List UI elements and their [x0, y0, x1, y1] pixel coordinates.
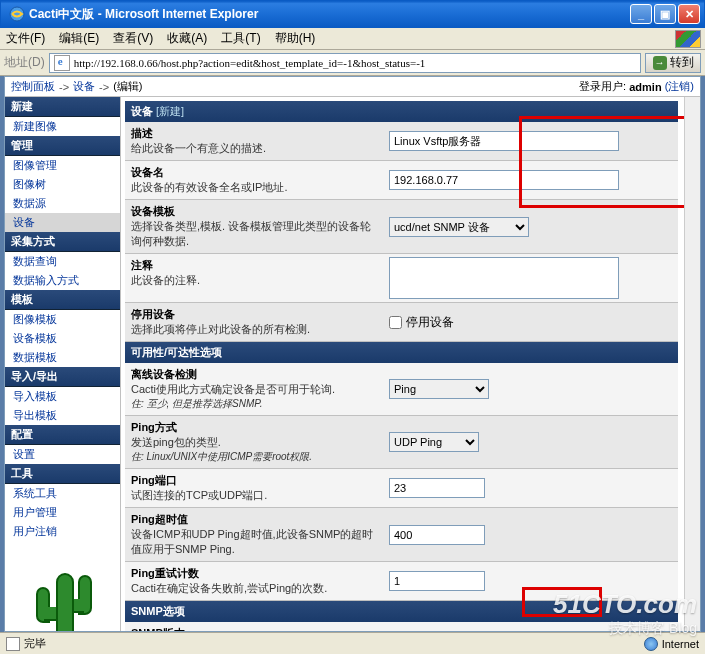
section-snmp: SNMP选项 [125, 601, 678, 622]
sidebar-section-newsec: 新建 [5, 97, 120, 117]
login-label: 登录用户: [579, 79, 626, 94]
sidebar-section-managesec: 管理 [5, 136, 120, 156]
breadcrumb: 控制面板 -> 设备 -> (编辑) 登录用户: admin (注销) [5, 77, 700, 97]
host-template-select[interactable]: ucd/net SNMP 设备 [389, 217, 529, 237]
url-text: http://192.168.0.66/host.php?action=edit… [74, 57, 426, 69]
ping-port-label: Ping端口 [131, 473, 379, 488]
template-label: 设备模板 [131, 204, 379, 219]
notes-label: 注释 [131, 258, 379, 273]
go-button[interactable]: → 转到 [645, 53, 701, 73]
downed-label: 离线设备检测 [131, 367, 379, 382]
ping-timeout-input[interactable] [389, 525, 485, 545]
status-text: 完毕 [24, 636, 46, 651]
sidebar-item-devices[interactable]: 设备 [5, 213, 120, 232]
sidebar-section-collectsec: 采集方式 [5, 232, 120, 252]
disable-label: 停用设备 [131, 307, 379, 322]
crumb-devices[interactable]: 设备 [73, 79, 95, 94]
menu-tools[interactable]: 工具(T) [221, 30, 260, 47]
ping-retry-label: Ping重试计数 [131, 566, 379, 581]
sidebar-item-graph-tpl[interactable]: 图像模板 [5, 310, 120, 329]
minimize-button[interactable]: _ [630, 4, 652, 24]
hostname-input[interactable] [389, 170, 619, 190]
menu-view[interactable]: 查看(V) [113, 30, 153, 47]
sidebar-item-host-tpl[interactable]: 设备模板 [5, 329, 120, 348]
sidebar-item-export-tpl[interactable]: 导出模板 [5, 406, 120, 425]
ping-timeout-label: Ping超时值 [131, 512, 379, 527]
description-input[interactable] [389, 131, 619, 151]
document-icon [6, 637, 20, 651]
address-bar: 地址(D) http://192.168.0.66/host.php?actio… [0, 50, 705, 76]
sidebar: 新建新建图像管理图像管理图像树数据源设备采集方式数据查询数据输入方式模板图像模板… [5, 97, 121, 631]
menu-help[interactable]: 帮助(H) [275, 30, 316, 47]
section-device: 设备 [新建] [125, 101, 678, 122]
menu-bar: 文件(F) 编辑(E) 查看(V) 收藏(A) 工具(T) 帮助(H) [0, 28, 705, 50]
ping-method-select[interactable]: UDP Ping [389, 432, 479, 452]
desc-label: 描述 [131, 126, 379, 141]
sidebar-item-user-logout[interactable]: 用户注销 [5, 522, 120, 541]
close-button[interactable]: ✕ [678, 4, 700, 24]
sidebar-section-tplsec: 模板 [5, 290, 120, 310]
sidebar-item-data-src[interactable]: 数据源 [5, 194, 120, 213]
menu-favorites[interactable]: 收藏(A) [167, 30, 207, 47]
url-box[interactable]: http://192.168.0.66/host.php?action=edit… [49, 53, 641, 73]
window-titlebar: Cacti中文版 - Microsoft Internet Explorer _… [0, 0, 705, 28]
snmp-version-label: SNMP版本 [131, 626, 379, 631]
new-device-link[interactable]: [新建] [156, 105, 184, 117]
sidebar-item-import-tpl[interactable]: 导入模板 [5, 387, 120, 406]
status-bar: 完毕 Internet [0, 632, 705, 654]
sidebar-item-settings[interactable]: 设置 [5, 445, 120, 464]
zone-text: Internet [662, 638, 699, 650]
globe-icon [644, 637, 658, 651]
ping-method-label: Ping方式 [131, 420, 379, 435]
page-content: 控制面板 -> 设备 -> (编辑) 登录用户: admin (注销) 新建新建… [4, 76, 701, 632]
page-icon [54, 55, 70, 71]
ping-retries-input[interactable] [389, 571, 485, 591]
hostname-label: 设备名 [131, 165, 379, 180]
login-user: admin [629, 81, 661, 93]
menu-file[interactable]: 文件(F) [6, 30, 45, 47]
cactus-logo [28, 553, 98, 631]
availability-method-select[interactable]: Ping [389, 379, 489, 399]
section-availability: 可用性/可达性选项 [125, 342, 678, 363]
sidebar-item-data-tpl[interactable]: 数据模板 [5, 348, 120, 367]
sidebar-item-graph-tree[interactable]: 图像树 [5, 175, 120, 194]
sidebar-item-sys-util[interactable]: 系统工具 [5, 484, 120, 503]
ping-port-input[interactable] [389, 478, 485, 498]
crumb-edit: (编辑) [113, 79, 142, 94]
maximize-button[interactable]: ▣ [654, 4, 676, 24]
main-panel: 设备 [新建] 描述给此设备一个有意义的描述. 设备名此设备的有效设备全名或IP… [121, 97, 684, 631]
sidebar-item-new-graph[interactable]: 新建图像 [5, 117, 120, 136]
notes-textarea[interactable] [389, 257, 619, 299]
sidebar-section-iosec: 导入/导出 [5, 367, 120, 387]
vertical-scrollbar[interactable] [684, 97, 700, 631]
crumb-console[interactable]: 控制面板 [11, 79, 55, 94]
sidebar-item-data-input[interactable]: 数据输入方式 [5, 271, 120, 290]
go-arrow-icon: → [653, 56, 667, 70]
sidebar-item-user-mgmt[interactable]: 用户管理 [5, 503, 120, 522]
go-label: 转到 [670, 54, 694, 71]
window-title: Cacti中文版 - Microsoft Internet Explorer [29, 6, 630, 23]
menu-edit[interactable]: 编辑(E) [59, 30, 99, 47]
logout-link[interactable]: (注销) [665, 79, 694, 94]
sidebar-item-graph-mgmt[interactable]: 图像管理 [5, 156, 120, 175]
disable-checkbox[interactable] [389, 316, 402, 329]
sidebar-item-data-query[interactable]: 数据查询 [5, 252, 120, 271]
sidebar-section-cfgsec: 配置 [5, 425, 120, 445]
ie-icon [9, 6, 25, 22]
windows-flag-icon [675, 30, 701, 48]
address-label: 地址(D) [4, 54, 45, 71]
sidebar-section-toolsec: 工具 [5, 464, 120, 484]
